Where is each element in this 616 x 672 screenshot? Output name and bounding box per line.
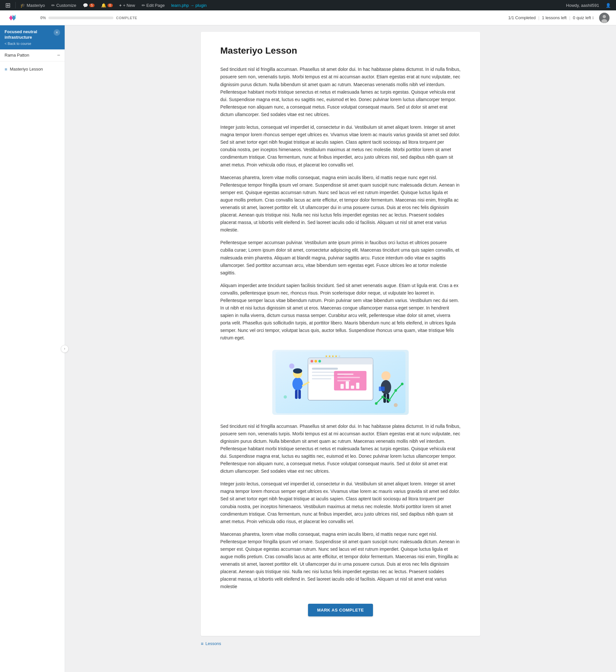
user-avatar-icon[interactable]: 👤 bbox=[603, 0, 613, 10]
lesson-para-7: Integer justo lectus, consequat vel impe… bbox=[220, 480, 461, 525]
svg-rect-22 bbox=[356, 383, 359, 389]
admin-bar-masteriyo[interactable]: 🎓 Masteriyo bbox=[18, 0, 47, 10]
progress-track-section: 0% COMPLETE bbox=[40, 16, 137, 20]
sidebar-nav: ≡ Masteriyo Lesson bbox=[0, 61, 65, 77]
svg-text:★: ★ bbox=[328, 355, 331, 358]
sidebar-username: Rama Patton bbox=[5, 53, 29, 58]
progress-left: 0% COMPLETE bbox=[6, 12, 137, 24]
main-layout: Focused neutral infrastructure Back to c… bbox=[0, 25, 616, 672]
svg-point-10 bbox=[318, 360, 321, 363]
learn-plugin-link[interactable]: learn.php → plugin bbox=[169, 3, 209, 8]
lesson-nav-label: Masteriyo Lesson bbox=[10, 67, 43, 71]
svg-point-42 bbox=[394, 389, 397, 392]
svg-point-40 bbox=[381, 396, 384, 398]
progress-label: COMPLETE bbox=[116, 16, 137, 20]
lesson-title: Masteriyo Lesson bbox=[220, 45, 461, 57]
progress-percent: 0% bbox=[40, 16, 46, 20]
svg-text:★: ★ bbox=[331, 355, 334, 358]
course-title: Focused neutral infrastructure bbox=[5, 29, 47, 40]
lesson-para-2: Integer justo lectus, consequat vel impe… bbox=[220, 123, 461, 169]
progress-track bbox=[48, 17, 113, 19]
lessons-nav-label: Lessons bbox=[205, 641, 221, 646]
sidebar-nav-item-lesson[interactable]: ≡ Masteriyo Lesson bbox=[0, 64, 65, 74]
svg-rect-21 bbox=[351, 386, 354, 389]
svg-text:★: ★ bbox=[338, 355, 341, 358]
lesson-para-5: Aliquam imperdiet ante tincidunt sapien … bbox=[220, 282, 461, 342]
admin-bar-comments[interactable]: 💬 5 bbox=[80, 0, 97, 10]
lesson-card: Masteriyo Lesson Sed tincidunt nisl id f… bbox=[201, 32, 480, 636]
lesson-illustration: ★ ★ ★ ★ ★ bbox=[272, 350, 409, 415]
sidebar-toggle-button[interactable]: › bbox=[61, 345, 69, 353]
user-avatar[interactable] bbox=[599, 13, 610, 23]
lesson-para-6: Sed tincidunt nisl id fringilla accumsan… bbox=[220, 423, 461, 475]
wp-admin-bar: ⊞ 🎓 Masteriyo ✏ Customize 💬 5 🔔 0 + + Ne… bbox=[0, 0, 616, 10]
lesson-para-3: Maecenas pharetra, lorem vitae mollis co… bbox=[220, 174, 461, 234]
mark-as-complete-button[interactable]: MARK AS COMPLETE bbox=[308, 604, 373, 616]
svg-point-39 bbox=[375, 402, 378, 405]
svg-text:★: ★ bbox=[335, 355, 338, 358]
howdy-user[interactable]: Howdy, aashil591 bbox=[563, 0, 602, 10]
lesson-para-8: Maecenas pharetra, lorem vitae mollis co… bbox=[220, 531, 461, 591]
admin-bar-new[interactable]: + + New bbox=[117, 0, 138, 10]
lesson-nav-icon: ≡ bbox=[5, 67, 7, 72]
admin-bar-edit-page[interactable]: ✏ Edit Page bbox=[139, 0, 167, 10]
masteriyo-logo bbox=[6, 12, 18, 24]
svg-rect-20 bbox=[346, 381, 349, 389]
svg-rect-38 bbox=[379, 387, 385, 391]
quiz-left-stat: 0 quiz left ℹ bbox=[573, 15, 594, 20]
sidebar-header: Focused neutral infrastructure Back to c… bbox=[0, 25, 65, 49]
back-to-course-link[interactable]: Back to course bbox=[5, 42, 47, 45]
quiz-help-icon[interactable]: ℹ bbox=[592, 16, 594, 20]
svg-rect-32 bbox=[295, 390, 298, 399]
svg-rect-17 bbox=[337, 377, 360, 378]
admin-bar-notifications[interactable]: 🔔 0 bbox=[98, 0, 115, 10]
svg-rect-19 bbox=[340, 384, 344, 389]
illustration-svg: ★ ★ ★ ★ ★ bbox=[276, 352, 405, 413]
svg-point-46 bbox=[284, 395, 287, 399]
masteriyo-icon: 🎓 bbox=[20, 3, 25, 8]
admin-bar-customize[interactable]: ✏ Customize bbox=[49, 0, 79, 10]
lesson-para-4: Pellentesque semper accumsan pulvinar. V… bbox=[220, 239, 461, 276]
content-area: Masteriyo Lesson Sed tincidunt nisl id f… bbox=[65, 25, 616, 672]
svg-point-28 bbox=[292, 378, 303, 391]
svg-rect-7 bbox=[308, 363, 373, 365]
progress-bar-container: 0% COMPLETE 1/1 Completed | 1 lessons le… bbox=[0, 10, 616, 25]
svg-point-34 bbox=[381, 371, 391, 381]
lessons-nav-icon: ≡ bbox=[201, 641, 203, 646]
svg-rect-33 bbox=[298, 390, 301, 399]
completed-stat: 1/1 Completed bbox=[508, 15, 536, 20]
svg-point-30 bbox=[293, 368, 302, 374]
admin-bar-right: Howdy, aashil591 👤 bbox=[563, 0, 613, 10]
wp-logo-icon[interactable]: ⊞ bbox=[3, 0, 13, 10]
svg-point-41 bbox=[388, 399, 391, 402]
sidebar-close-button[interactable]: × bbox=[54, 29, 60, 36]
svg-point-43 bbox=[401, 383, 404, 385]
lesson-body: Sed tincidunt nisl id fringilla accumsan… bbox=[220, 66, 461, 590]
svg-point-9 bbox=[314, 360, 317, 363]
sidebar-user: Rama Patton − bbox=[0, 49, 65, 61]
bar-separator-1 bbox=[15, 2, 16, 8]
logo-icon bbox=[6, 12, 18, 24]
lesson-para-1: Sed tincidunt nisl id fringilla accumsan… bbox=[220, 66, 461, 118]
bottom-nav: ≡ Lessons bbox=[201, 636, 480, 652]
svg-point-8 bbox=[311, 360, 313, 363]
svg-rect-18 bbox=[337, 380, 350, 381]
sidebar-collapse-icon[interactable]: − bbox=[57, 53, 60, 58]
customize-icon: ✏ bbox=[51, 3, 55, 8]
svg-point-3 bbox=[601, 19, 607, 23]
progress-right: 1/1 Completed | 1 lessons left | 0 quiz … bbox=[508, 13, 610, 23]
sidebar-header-content: Focused neutral infrastructure Back to c… bbox=[5, 29, 47, 45]
avatar-image bbox=[599, 13, 610, 23]
edit-icon: ✏ bbox=[142, 3, 145, 8]
svg-rect-16 bbox=[337, 374, 353, 375]
sidebar: Focused neutral infrastructure Back to c… bbox=[0, 25, 65, 672]
progress-stats: 1/1 Completed | 1 lessons left | 0 quiz … bbox=[508, 15, 594, 20]
svg-rect-11 bbox=[312, 368, 338, 370]
new-icon: + bbox=[119, 3, 122, 8]
svg-rect-14 bbox=[312, 378, 331, 380]
notification-icon: 🔔 bbox=[101, 3, 106, 8]
svg-text:★: ★ bbox=[325, 355, 328, 358]
lessons-left-stat: 1 lessons left bbox=[542, 15, 567, 20]
lessons-nav-link[interactable]: ≡ Lessons bbox=[201, 641, 221, 646]
svg-point-45 bbox=[394, 403, 398, 407]
